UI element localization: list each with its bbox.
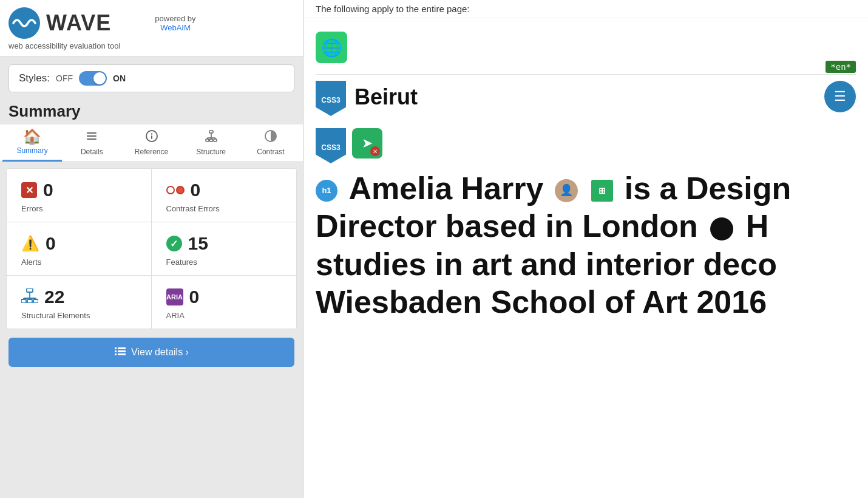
tab-details[interactable]: Details bbox=[62, 124, 121, 162]
svg-rect-20 bbox=[33, 299, 38, 303]
powered-by: powered by WebAIM bbox=[155, 14, 195, 32]
is-a-design-text: is a Design bbox=[625, 171, 792, 206]
contrast-circle-2 bbox=[176, 186, 185, 194]
alerts-cell: ⚠️ 0 Alerts bbox=[7, 222, 152, 276]
structure-icon bbox=[205, 129, 218, 145]
structural-label: Structural Elements bbox=[21, 311, 90, 320]
sidebar: WAVE powered by WebAIM web accessibility… bbox=[0, 0, 303, 498]
director-text: Director based in London bbox=[316, 208, 707, 244]
avatar-icon: 👤 bbox=[555, 179, 578, 202]
features-cell: ✓ 15 Features bbox=[152, 222, 297, 276]
big-text-line4: Wiesbaden School of Art 2016 bbox=[316, 283, 856, 321]
svg-rect-31 bbox=[118, 353, 126, 355]
svg-point-6 bbox=[151, 133, 152, 134]
tab-reference[interactable]: Reference bbox=[121, 124, 181, 162]
styles-label: Styles: bbox=[19, 72, 50, 84]
svg-rect-8 bbox=[206, 139, 209, 142]
svg-rect-9 bbox=[209, 139, 212, 142]
main-content: The following apply to the entire page: … bbox=[303, 0, 868, 498]
webaim-link[interactable]: WebAIM bbox=[160, 23, 191, 32]
styles-on-label: ON bbox=[113, 73, 126, 83]
wiesbaden-text: Wiesbaden School of Art 2016 bbox=[316, 284, 767, 319]
structural-count: 22 bbox=[44, 287, 64, 307]
contrast-errors-cell: 0 Contrast Errors bbox=[152, 169, 297, 222]
structural-cell: 22 Structural Elements bbox=[7, 276, 152, 329]
alerts-count: 0 bbox=[46, 233, 56, 254]
tab-structure[interactable]: Structure bbox=[181, 124, 241, 162]
contrast-errors-stat-row: 0 bbox=[166, 180, 201, 200]
contrast-errors-count: 0 bbox=[191, 180, 201, 200]
tab-summary[interactable]: 🏠 Summary bbox=[2, 124, 62, 162]
contrast-error-icon bbox=[166, 186, 185, 194]
list-icon-wrap: ☰ bbox=[824, 81, 856, 112]
logo-row: WAVE powered by WebAIM bbox=[8, 7, 294, 39]
table-icon: ⊞ bbox=[591, 180, 613, 202]
beirut-content: Beirut bbox=[354, 81, 418, 122]
contrast-errors-label: Contrast Errors bbox=[166, 204, 220, 213]
view-details-label: View details › bbox=[131, 347, 189, 358]
tagline: web accessibility evaluation tool bbox=[8, 41, 294, 50]
tabs-bar: 🏠 Summary Details Reference bbox=[0, 124, 303, 162]
aria-cell: ARIA 0 ARIA bbox=[152, 276, 297, 329]
structural-icon bbox=[21, 288, 38, 305]
features-label: Features bbox=[166, 258, 197, 267]
svg-rect-10 bbox=[214, 139, 217, 142]
toggle-track bbox=[79, 71, 107, 86]
arrow-section: CSS3 ➤ ✕ bbox=[316, 128, 856, 163]
view-details-button[interactable]: View details › bbox=[8, 338, 294, 367]
svg-rect-26 bbox=[115, 347, 117, 349]
alert-icon: ⚠️ bbox=[21, 235, 39, 252]
app-title: WAVE bbox=[46, 10, 111, 36]
errors-cell: ✕ 0 Errors bbox=[7, 169, 152, 222]
structural-stat-row: 22 bbox=[21, 287, 64, 307]
sidebar-header: WAVE powered by WebAIM web accessibility… bbox=[0, 0, 303, 57]
aria-icon: ARIA bbox=[166, 288, 183, 305]
big-text-line2: Director based in London H bbox=[316, 207, 856, 245]
wave-logo-icon bbox=[8, 7, 40, 39]
svg-rect-19 bbox=[27, 299, 32, 303]
tab-reference-label: Reference bbox=[135, 148, 168, 156]
css3-icon-2: CSS3 bbox=[316, 128, 346, 163]
home-icon: 🏠 bbox=[23, 129, 41, 144]
svg-rect-27 bbox=[118, 347, 126, 349]
svg-rect-29 bbox=[118, 350, 126, 352]
css3-icon: CSS3 bbox=[316, 81, 346, 116]
big-text-line1: h1 Amelia Harry 👤 ⊞ is a Design bbox=[316, 169, 856, 207]
tab-details-label: Details bbox=[81, 148, 103, 156]
css3-inner: CSS3 bbox=[321, 92, 340, 104]
svg-rect-17 bbox=[27, 288, 33, 292]
page-notice: The following apply to the entire page: bbox=[303, 0, 868, 18]
features-count: 15 bbox=[188, 233, 208, 254]
arrow-x-icon: ✕ bbox=[370, 146, 380, 156]
alerts-label: Alerts bbox=[21, 258, 41, 267]
list-circle-icon: ☰ bbox=[824, 81, 856, 112]
svg-rect-3 bbox=[87, 138, 97, 140]
studies-text: studies in art and interior deco bbox=[316, 247, 777, 282]
errors-stat-row: ✕ 0 bbox=[21, 180, 53, 200]
errors-count: 0 bbox=[43, 180, 53, 200]
beirut-text: Beirut bbox=[354, 84, 418, 110]
arrow-green-icon: ➤ ✕ bbox=[352, 128, 382, 159]
tab-summary-label: Summary bbox=[16, 146, 47, 155]
svg-rect-18 bbox=[21, 299, 26, 303]
info-icon bbox=[145, 129, 158, 145]
feature-icon: ✓ bbox=[166, 236, 182, 251]
error-icon: ✕ bbox=[21, 182, 37, 198]
styles-off-label: OFF bbox=[56, 73, 73, 83]
aria-count: 0 bbox=[189, 287, 200, 307]
aria-stat-row: ARIA 0 bbox=[166, 287, 200, 307]
big-text-section: h1 Amelia Harry 👤 ⊞ is a Design Director… bbox=[316, 169, 856, 321]
svg-rect-5 bbox=[151, 135, 152, 139]
styles-toggle-row: Styles: OFF ON bbox=[8, 64, 294, 92]
divider-1 bbox=[316, 74, 856, 75]
css3-icon-wrap: CSS3 bbox=[316, 81, 346, 116]
contrast-icon bbox=[264, 129, 277, 145]
language-badge: *en* bbox=[826, 61, 856, 73]
list-icon bbox=[85, 129, 98, 145]
features-stat-row: ✓ 15 bbox=[166, 233, 208, 254]
tab-contrast[interactable]: Contrast bbox=[241, 124, 300, 162]
svg-rect-2 bbox=[87, 135, 97, 137]
summary-grid: ✕ 0 Errors 0 Contrast Errors ⚠️ 0 Alerts bbox=[6, 168, 297, 329]
h-text: H bbox=[746, 208, 769, 244]
styles-toggle[interactable] bbox=[79, 71, 107, 86]
